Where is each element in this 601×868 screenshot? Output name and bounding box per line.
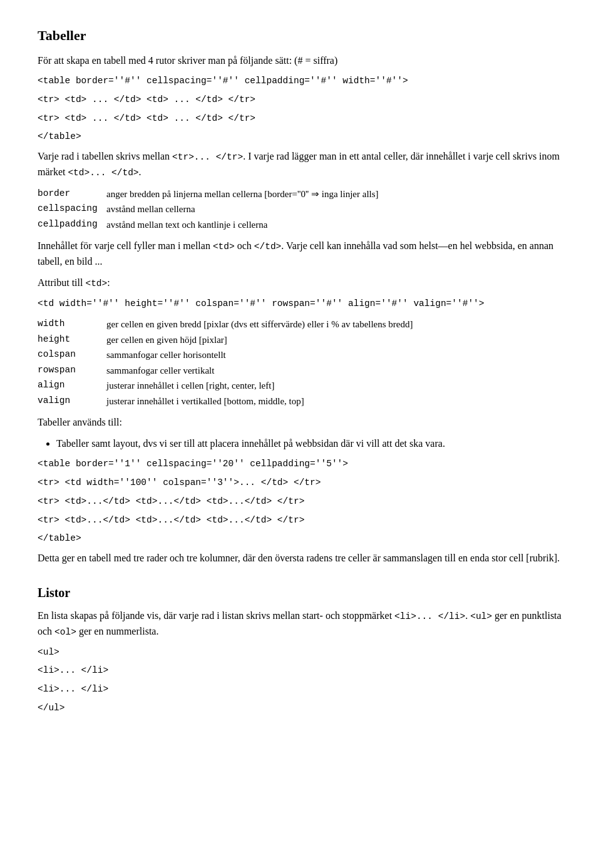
td-attr-name: width [38, 317, 106, 332]
code-table-basic: <table border=''#'' cellspacing=''#'' ce… [38, 74, 563, 88]
listor-title: Listor [38, 583, 563, 602]
list-item: Tabeller samt layout, dvs vi ser till at… [56, 436, 563, 451]
main-title: Tabeller [38, 25, 563, 46]
attr-desc: avstånd mellan text och kantlinje i cell… [106, 217, 379, 233]
code-example-2: <tr> <td width=''100'' colspan=''3''>...… [38, 476, 563, 490]
code-ul-1: <ul> [38, 646, 563, 660]
section-listor: Listor En lista skapas på följande vis, … [38, 583, 563, 715]
code-tr-td-2: <tr> <td> ... </td> <td> ... </td> </tr> [38, 112, 563, 126]
td-attr-name: colspan [38, 347, 106, 363]
td-attr-desc: sammanfogar celler vertikalt [106, 363, 413, 379]
td-attr-desc: ger cellen en given höjd [pixlar] [106, 332, 413, 348]
section-tabeller: Tabeller För att skapa en tabell med 4 r… [38, 25, 563, 566]
intro-text: För att skapa en tabell med 4 rutor skri… [38, 53, 563, 68]
td-attr-row: widthger cellen en given bredd [pixlar (… [38, 317, 413, 332]
td-attrs-table: widthger cellen en given bredd [pixlar (… [38, 317, 413, 409]
td-attr-name: valign [38, 394, 106, 409]
code-ul-4: </ul> [38, 702, 563, 715]
code-example-3: <tr> <td>...</td> <td>...</td> <td>...</… [38, 495, 563, 509]
code-ul-3: <li>... </li> [38, 683, 563, 697]
code-example-5: </table> [38, 532, 563, 546]
attr-name: cellpadding [38, 217, 106, 233]
code-td-attrs: <td width=''#'' height=''#'' colspan=''#… [38, 297, 563, 311]
attr-row: cellpaddingavstånd mellan text och kantl… [38, 217, 379, 233]
td-attr-name: height [38, 332, 106, 348]
td-attr-desc: justerar innehållet i vertikalled [botto… [106, 394, 413, 409]
td-attr-row: alignjusterar innehållet i cellen [right… [38, 378, 413, 394]
code-ul-2: <li>... </li> [38, 664, 563, 678]
border-attrs-table: borderanger bredden på linjerna mellan c… [38, 186, 379, 233]
attr-row: borderanger bredden på linjerna mellan c… [38, 186, 379, 202]
para-innehall: Innehållet för varje cell fyller man i m… [38, 238, 563, 269]
td-attr-name: rowspan [38, 363, 106, 379]
attr-name: cellspacing [38, 202, 106, 217]
attr-desc: avstånd mellan cellerna [106, 202, 379, 217]
td-attr-name: align [38, 378, 106, 394]
td-attr-desc: justerar innehållet i cellen [right, cen… [106, 378, 413, 394]
td-attr-row: heightger cellen en given höjd [pixlar] [38, 332, 413, 348]
td-attr-desc: sammanfogar celler horisontellt [106, 347, 413, 363]
td-attr-desc: ger cellen en given bredd [pixlar (dvs e… [106, 317, 413, 332]
para-rad: Varje rad i tabellen skrivs mellan <tr>.… [38, 149, 563, 180]
attr-desc: anger bredden på linjerna mellan cellern… [106, 186, 379, 202]
td-attr-row: colspansammanfogar celler horisontellt [38, 347, 413, 363]
code-example-4: <tr> <td>...</td> <td>...</td> <td>...</… [38, 514, 563, 528]
td-attr-row: valignjusterar innehållet i vertikalled … [38, 394, 413, 409]
tabeller-anvands-list: Tabeller samt layout, dvs vi ser till at… [56, 436, 563, 451]
listor-intro: En lista skapas på följande vis, där var… [38, 608, 563, 640]
attr-name: border [38, 186, 106, 202]
code-tr-td-1: <tr> <td> ... </td> <td> ... </td> </tr> [38, 93, 563, 107]
attr-row: cellspacingavstånd mellan cellerna [38, 202, 379, 217]
attribut-td-label: Attribut till <td>: [38, 275, 563, 291]
code-example-1: <table border=''1'' cellspacing=''20'' c… [38, 457, 563, 471]
tabeller-anvands-label: Tabeller används till: [38, 415, 563, 430]
td-attr-row: rowspansammanfogar celler vertikalt [38, 363, 413, 379]
code-table-close: </table> [38, 130, 563, 144]
para-example-desc: Detta ger en tabell med tre rader och tr… [38, 551, 563, 566]
